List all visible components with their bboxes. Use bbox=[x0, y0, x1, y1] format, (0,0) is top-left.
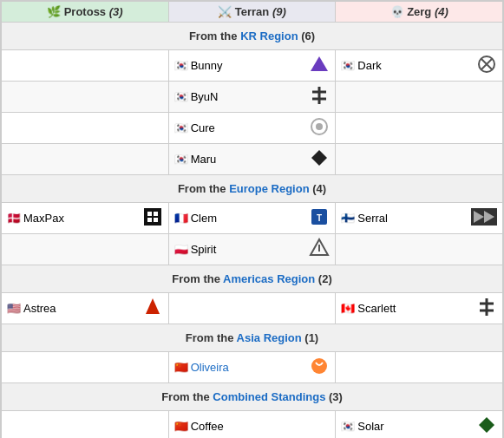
player-name: Maru bbox=[191, 153, 217, 166]
terran-cell: 🇰🇷 Cure bbox=[168, 113, 336, 144]
table-row: 🇨🇳 Oliveira bbox=[2, 352, 503, 383]
player-name: ByuN bbox=[191, 90, 219, 103]
player-name: Oliveira bbox=[191, 361, 229, 374]
terran-cell: 🇰🇷 ByuN bbox=[168, 82, 336, 113]
team-logo bbox=[309, 116, 330, 140]
zerg-cell: 🇰🇷 Dark bbox=[336, 50, 503, 82]
zerg-icon: 💀 bbox=[390, 5, 404, 18]
flag-icon: 🇨🇳 bbox=[174, 361, 188, 374]
terran-cell bbox=[168, 293, 336, 324]
terran-count: (9) bbox=[272, 5, 286, 18]
flag-icon: 🇺🇸 bbox=[7, 302, 21, 315]
team-logo bbox=[471, 208, 497, 228]
player-name: Solar bbox=[357, 420, 383, 433]
protoss-icon: 🌿 bbox=[47, 5, 61, 18]
terran-cell: 🇵🇱 Spirit bbox=[168, 234, 336, 265]
protoss-cell bbox=[2, 50, 169, 82]
header-terran: ⚔️ Terran (9) bbox=[168, 2, 336, 23]
flag-icon: 🇨🇳 bbox=[174, 420, 188, 433]
svg-rect-11 bbox=[147, 218, 152, 222]
zerg-cell: 🇫🇮 Serral bbox=[336, 203, 503, 234]
player-name: Serral bbox=[357, 212, 388, 225]
player-name: Coffee bbox=[191, 420, 224, 433]
main-container: 🌿 Protoss (3) ⚔️ Terran (9) 💀 Zerg (4) F… bbox=[0, 0, 504, 438]
protoss-cell bbox=[2, 234, 169, 265]
team-logo bbox=[476, 297, 497, 320]
team-logo bbox=[476, 54, 497, 77]
table-row: 🇨🇳 Coffee 🇰🇷 Solar bbox=[2, 411, 503, 439]
flag-icon: 🇩🇰 bbox=[7, 212, 21, 225]
protoss-cell bbox=[2, 352, 169, 383]
svg-marker-20 bbox=[146, 298, 160, 314]
flag-icon: 🇰🇷 bbox=[174, 121, 188, 134]
terran-cell: 🇫🇷 Clem T bbox=[168, 203, 336, 234]
flag-icon: 🇫🇮 bbox=[341, 212, 355, 225]
header-zerg: 💀 Zerg (4) bbox=[336, 2, 503, 23]
zerg-cell: 🇨🇦 Scarlett bbox=[336, 293, 503, 324]
player-name: Scarlett bbox=[357, 302, 396, 315]
player-name: Astrea bbox=[23, 302, 56, 315]
section-header-combined: From the Combined Standings (3) bbox=[2, 383, 503, 411]
zerg-cell: 🇰🇷 Solar bbox=[336, 411, 503, 439]
section-header-asia: From the Asia Region (1) bbox=[2, 324, 503, 352]
team-logo: T bbox=[309, 206, 330, 230]
zerg-label: Zerg (4) bbox=[407, 5, 448, 18]
section-header-europe: From the Europe Region (4) bbox=[2, 175, 503, 203]
table-row: 🇰🇷 Cure bbox=[2, 113, 503, 144]
table-row: 🇺🇸 Astrea 🇨🇦 Scarlett bbox=[2, 293, 503, 324]
team-logo bbox=[309, 356, 330, 379]
table-row: 🇰🇷 Bunny 🇰🇷 Dark bbox=[2, 50, 503, 82]
protoss-cell bbox=[2, 82, 169, 113]
protoss-label: Protoss (3) bbox=[64, 5, 123, 18]
flag-icon: 🇫🇷 bbox=[174, 212, 188, 225]
protoss-cell: 🇺🇸 Astrea bbox=[2, 293, 169, 324]
terran-cell: 🇰🇷 Bunny bbox=[168, 50, 336, 82]
svg-marker-7 bbox=[311, 150, 327, 166]
zerg-cell bbox=[336, 144, 503, 175]
flag-icon: 🇰🇷 bbox=[341, 59, 355, 72]
player-name: MaxPax bbox=[23, 212, 64, 225]
svg-text:T: T bbox=[317, 213, 322, 223]
flag-icon: 🇵🇱 bbox=[174, 243, 188, 256]
svg-rect-9 bbox=[147, 212, 152, 216]
header-protoss: 🌿 Protoss (3) bbox=[2, 2, 169, 23]
table-row: 🇵🇱 Spirit bbox=[2, 234, 503, 265]
flag-icon: 🇰🇷 bbox=[174, 90, 188, 103]
zerg-cell bbox=[336, 234, 503, 265]
terran-cell: 🇨🇳 Coffee bbox=[168, 411, 336, 439]
terran-cell: 🇰🇷 Maru bbox=[168, 144, 336, 175]
terran-label: Terran (9) bbox=[235, 5, 286, 18]
table-row: 🇰🇷 Maru bbox=[2, 144, 503, 175]
svg-rect-10 bbox=[154, 212, 158, 216]
svg-marker-25 bbox=[479, 417, 494, 433]
player-name: Spirit bbox=[191, 243, 217, 256]
terran-icon: ⚔️ bbox=[218, 5, 232, 18]
section-header-kr: From the KR Region (6) bbox=[2, 23, 503, 50]
section-header-americas: From the Americas Region (2) bbox=[2, 265, 503, 293]
protoss-cell bbox=[2, 144, 169, 175]
protoss-cell bbox=[2, 113, 169, 144]
zerg-cell bbox=[336, 352, 503, 383]
protoss-count: (3) bbox=[109, 5, 123, 18]
protoss-cell bbox=[2, 411, 169, 439]
team-logo bbox=[142, 297, 163, 320]
table-row: 🇩🇰 MaxPax 🇫🇷 Clem bbox=[2, 203, 503, 234]
player-name: Clem bbox=[191, 212, 217, 225]
zerg-count: (4) bbox=[435, 5, 448, 18]
svg-rect-12 bbox=[154, 218, 158, 222]
terran-cell: 🇨🇳 Oliveira bbox=[168, 352, 336, 383]
team-logo bbox=[309, 85, 330, 108]
table-row: 🇰🇷 ByuN bbox=[2, 82, 503, 113]
team-logo bbox=[309, 54, 330, 77]
flag-icon: 🇰🇷 bbox=[174, 153, 188, 166]
svg-marker-0 bbox=[311, 56, 328, 71]
flag-icon: 🇰🇷 bbox=[174, 59, 188, 72]
team-logo bbox=[476, 415, 497, 438]
player-name: Bunny bbox=[191, 59, 223, 72]
player-name: Cure bbox=[191, 121, 215, 134]
flag-icon: 🇰🇷 bbox=[341, 420, 355, 433]
svg-rect-8 bbox=[144, 208, 161, 226]
flag-icon: 🇨🇦 bbox=[341, 302, 355, 315]
svg-point-6 bbox=[316, 123, 323, 130]
team-logo bbox=[309, 147, 330, 171]
